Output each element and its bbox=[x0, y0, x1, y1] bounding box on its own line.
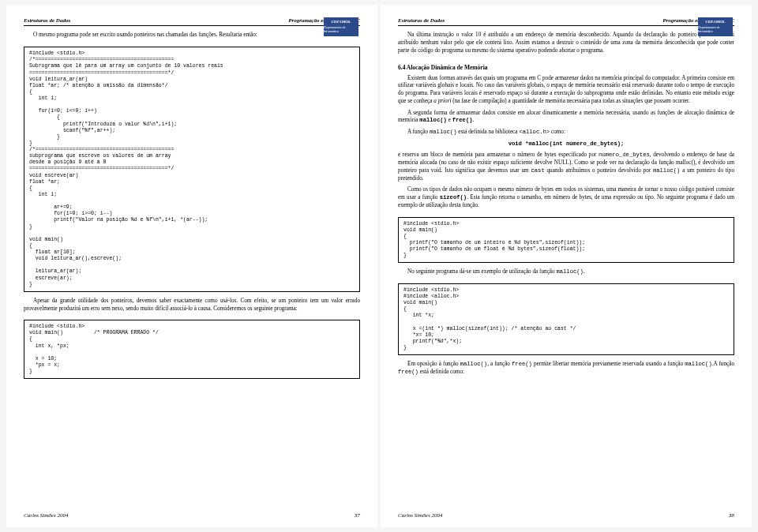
badge-dept: Departamento de Informática bbox=[324, 25, 358, 34]
code-block-sizeof: #include <stdio.h> void main() { printf(… bbox=[398, 217, 734, 264]
code-block-malloc: #include <stdio.h> #include <alloc.h> vo… bbox=[398, 283, 734, 355]
badge-dept: Departamento de Informática bbox=[698, 25, 733, 34]
footer-pagenum: 37 bbox=[355, 512, 360, 519]
footer-author: Carlos Simões 2004 bbox=[398, 512, 442, 519]
section-heading: 6.4 Alocação Dinâmica de Memória bbox=[398, 64, 734, 72]
page-left: CEFAMOL Departamento de Informática Estr… bbox=[6, 5, 377, 527]
page-right: CEFAMOL Departamento de Informática Estr… bbox=[381, 5, 752, 527]
paragraph-reserve: e reserva um bloco de memória para armaz… bbox=[398, 152, 734, 182]
dept-badge: CEFAMOL Departamento de Informática bbox=[324, 17, 358, 36]
badge-name: CEFAMOL bbox=[705, 20, 725, 25]
page-header: Estruturas de Dados Programação em Lingu… bbox=[24, 17, 360, 26]
paragraph-px: Na última instrução o valor 10 é atribuí… bbox=[398, 32, 734, 54]
page-footer: Carlos Simões 2004 37 bbox=[24, 512, 360, 519]
code-block-1: #include <stdio.h> /*===================… bbox=[24, 47, 360, 292]
footer-author: Carlos Simões 2004 bbox=[24, 512, 68, 519]
page-header: Estruturas de Dados Programação em Lingu… bbox=[398, 17, 734, 26]
footer-pagenum: 38 bbox=[729, 512, 734, 519]
warning-paragraph: Apesar da grande utilidade dos ponteiros… bbox=[24, 298, 360, 313]
intro-paragraph: O mesmo programa pode ser escrito usando… bbox=[24, 32, 360, 39]
paragraph-next-example: No seguinte programa dá-se um exemplo de… bbox=[398, 268, 734, 276]
badge-name: CEFAMOL bbox=[331, 20, 351, 25]
paragraph-free: Em oposição à função malloc(), a função … bbox=[398, 361, 734, 376]
header-left: Estruturas de Dados bbox=[24, 17, 70, 24]
page-footer: Carlos Simões 2004 38 bbox=[398, 512, 734, 519]
malloc-prototype: void *malloc(int número_de_bytes); bbox=[398, 140, 734, 148]
paragraph-sizeof: Como os tipos de dados não ocupam o mesm… bbox=[398, 186, 734, 209]
header-left: Estruturas de Dados bbox=[398, 17, 445, 24]
paragraph-storage: Existem duas formas através das quais um… bbox=[398, 75, 734, 106]
code-block-2: #include <stdio.h> void main() /* PROGRA… bbox=[24, 320, 360, 379]
paragraph-malloc-defined: A função malloc() está definida na bibli… bbox=[398, 129, 734, 137]
dept-badge: CEFAMOL Departamento de Informática bbox=[698, 17, 733, 36]
paragraph-second-form: A segunda forma de armazenar dados consi… bbox=[398, 110, 734, 125]
